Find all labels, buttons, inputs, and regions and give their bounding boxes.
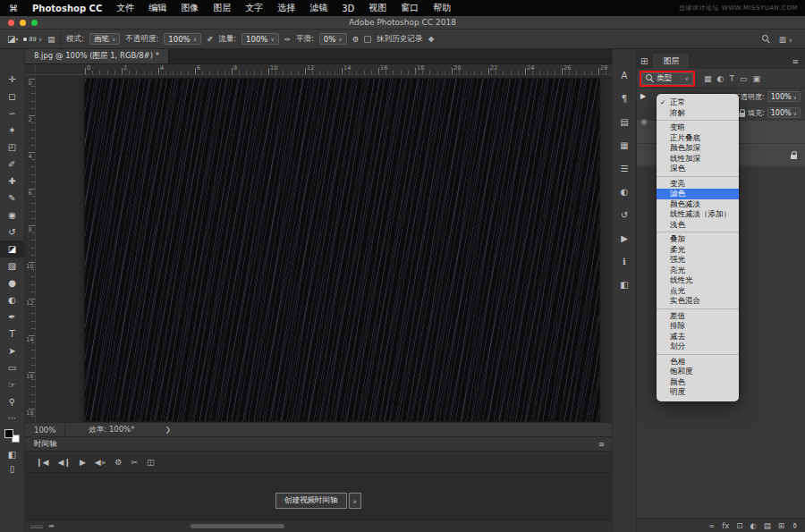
menubar-item[interactable]: 滤镜 — [302, 2, 335, 14]
flow-select[interactable]: 100% ∨ — [242, 33, 279, 45]
zoom-tool-icon[interactable]: ⚲ — [0, 393, 24, 410]
transition-button[interactable]: ◫ — [147, 458, 155, 467]
eyedropper-tool-icon[interactable]: ✐ — [0, 156, 24, 173]
workspace-switcher-icon[interactable]: ▥ ∨ — [779, 35, 792, 44]
canvas[interactable] — [85, 79, 599, 421]
blend-mode-option[interactable]: 颜色加深 — [657, 143, 739, 154]
move-tool-icon[interactable]: ✛ — [0, 71, 24, 88]
dock-history-panel-icon[interactable]: ↺ — [613, 203, 636, 226]
new-adjustment-layer-icon[interactable]: ◐ — [750, 521, 756, 530]
app-menu-photoshop[interactable]: Photoshop CC — [25, 4, 109, 13]
dock-info-panel-icon[interactable]: ℹ — [613, 249, 636, 273]
flow-shortcut-icon[interactable]: ➦ — [48, 522, 55, 530]
filter-adjustment-layers-icon[interactable]: ◐ — [717, 74, 724, 83]
timeline-scrollbar-thumb[interactable] — [191, 524, 284, 528]
blend-mode-option[interactable]: 实色混合 — [657, 296, 739, 309]
layer-effects-icon[interactable]: fx — [722, 521, 729, 530]
blend-mode-option[interactable]: 强光 — [657, 255, 739, 266]
filter-shape-layers-icon[interactable]: ▭ — [740, 74, 748, 83]
status-options-chevron-icon[interactable]: ❯ — [165, 426, 171, 434]
screen-mode-icon[interactable]: ▯ — [0, 461, 24, 476]
menubar-item[interactable]: 编辑 — [141, 2, 174, 14]
menubar-item[interactable]: 帮助 — [426, 2, 458, 14]
menubar-item[interactable]: 视图 — [361, 2, 394, 14]
blend-mode-option[interactable]: 颜色减淡 — [657, 199, 739, 210]
search-icon[interactable] — [762, 35, 770, 43]
dock-grid-icon[interactable]: ⊞ — [640, 56, 648, 66]
menubar-item[interactable]: 文字 — [238, 2, 270, 14]
dock-actions-panel-icon[interactable]: ▶ — [613, 226, 636, 249]
blend-mode-option[interactable]: 饱和度 — [657, 367, 739, 377]
dock-clone-source-icon[interactable]: ◉ — [640, 117, 648, 126]
blend-mode-option[interactable]: 正常 — [657, 97, 739, 108]
dock-glyphs-panel-icon[interactable]: ▤ — [613, 110, 636, 133]
apple-menu-icon[interactable]: ⌘ — [9, 4, 18, 13]
blend-mode-option[interactable]: 变亮 — [657, 179, 739, 190]
menubar-item[interactable]: 图像 — [174, 2, 206, 14]
split-clip-button[interactable]: ✂ — [131, 458, 138, 467]
blend-mode-option[interactable]: 色相 — [657, 357, 739, 367]
dock-expand-arrow-icon[interactable]: ▶ — [640, 92, 646, 100]
airbrush-icon[interactable]: ✑ — [284, 35, 291, 44]
blend-mode-option[interactable]: 线性减淡（添加） — [657, 209, 739, 220]
pen-tool-icon[interactable]: ✒ — [0, 308, 24, 325]
eraser-tool-icon[interactable]: ◪ — [0, 241, 24, 258]
blend-mode-option[interactable]: 溶解 — [657, 108, 739, 122]
blend-mode-option[interactable]: 浅色 — [657, 220, 739, 233]
document-tab[interactable]: 8.jpg @ 100% (图层 1, RGB/8#) * — [25, 49, 169, 63]
opacity-select[interactable]: 100% ∨ — [164, 33, 201, 45]
frame-thumbnails-icon[interactable]: ▫▫▫ — [30, 523, 43, 530]
blend-mode-option[interactable]: 滤色 — [657, 189, 739, 199]
healing-brush-tool-icon[interactable]: ✚ — [0, 173, 24, 190]
smoothing-options-gear-icon[interactable]: ⚙ — [352, 35, 360, 44]
timeline-settings-button[interactable]: ⚙ — [114, 458, 122, 467]
new-layer-icon[interactable]: ⊞ — [778, 521, 784, 530]
layer-filter-type-select[interactable]: 类型 ∨ — [641, 72, 693, 85]
minimize-window-button[interactable] — [20, 20, 26, 26]
blend-mode-option[interactable]: 点光 — [657, 286, 739, 297]
dock-paragraph-panel-icon[interactable]: ¶ — [613, 87, 636, 110]
previous-frame-button[interactable]: ◀❙ — [57, 458, 70, 467]
erase-to-history-checkbox[interactable] — [364, 36, 371, 43]
type-tool-icon[interactable]: T — [0, 325, 24, 342]
lock-icon[interactable] — [739, 109, 745, 117]
path-selection-tool-icon[interactable]: ➤ — [0, 342, 24, 359]
link-layers-icon[interactable]: ∞ — [708, 521, 715, 530]
timeline-tab[interactable]: 时间轴 — [34, 439, 57, 450]
brush-settings-toggle-icon[interactable]: ▤ — [47, 35, 55, 44]
new-group-icon[interactable]: ▤ — [764, 521, 771, 530]
edit-toolbar-icon[interactable]: ⋯ — [0, 410, 24, 425]
blend-mode-option[interactable]: 正片叠底 — [657, 133, 739, 144]
blend-mode-option[interactable]: 颜色 — [657, 377, 739, 388]
dock-character-panel-icon[interactable]: A — [613, 63, 636, 87]
foreground-color-swatch[interactable] — [4, 429, 13, 438]
dock-color-panel-icon[interactable]: ◧ — [613, 273, 636, 296]
zoom-window-button[interactable] — [31, 20, 38, 26]
crop-tool-icon[interactable]: ◰ — [0, 139, 24, 156]
blend-mode-option[interactable]: 减去 — [657, 332, 739, 342]
menubar-item[interactable]: 选择 — [270, 2, 302, 14]
delete-layer-icon[interactable]: ⚱ — [792, 521, 798, 530]
blend-mode-option[interactable]: 线性加深 — [657, 154, 739, 165]
create-video-timeline-button[interactable]: 创建视频时间轴 — [275, 493, 347, 509]
menubar-item[interactable]: 窗口 — [394, 2, 426, 14]
blend-mode-option[interactable]: 线性光 — [657, 275, 739, 286]
blend-mode-option[interactable]: 叠加 — [657, 234, 739, 245]
filter-type-layers-icon[interactable]: T — [729, 74, 734, 83]
layer-fill-select[interactable]: 100% ∨ — [767, 107, 801, 118]
layers-panel-menu-icon[interactable]: ≡ — [792, 57, 799, 66]
brush-symmetry-icon[interactable]: ❖ — [428, 35, 435, 44]
quick-mask-icon[interactable]: ◧ — [0, 447, 24, 461]
blend-mode-option[interactable]: 划分 — [657, 342, 739, 355]
brush-tool-icon[interactable]: ✎ — [0, 190, 24, 207]
color-swatches[interactable] — [4, 429, 20, 443]
layer-opacity-select[interactable]: 100% ∨ — [767, 91, 801, 102]
layers-panel-tab[interactable]: 图层 — [653, 54, 689, 69]
menubar-item[interactable]: 图层 — [206, 2, 238, 14]
timeline-type-chevron-icon[interactable]: ∨ — [349, 493, 361, 509]
filter-smart-objects-icon[interactable]: ▣ — [752, 74, 760, 83]
quick-selection-tool-icon[interactable]: ✶ — [0, 122, 24, 139]
lasso-tool-icon[interactable]: ∽ — [0, 105, 24, 122]
marquee-tool-icon[interactable]: ◻ — [0, 88, 24, 105]
blend-mode-option[interactable]: 明度 — [657, 387, 739, 398]
